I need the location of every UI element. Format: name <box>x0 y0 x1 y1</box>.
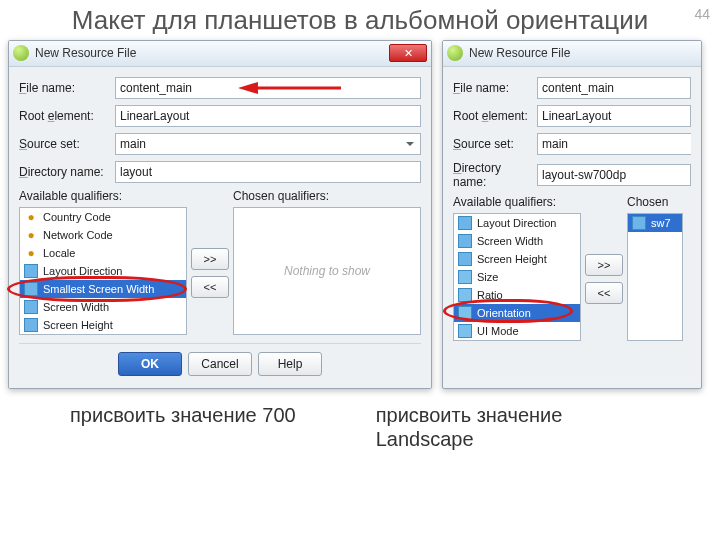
height-icon <box>24 318 38 332</box>
root-element-label: Root element: <box>19 109 109 123</box>
android-icon <box>447 45 463 61</box>
android-icon <box>13 45 29 61</box>
root-element-input[interactable]: LinearLayout <box>115 105 421 127</box>
qualifier-country-code[interactable]: Country Code <box>20 208 186 226</box>
ratio-icon <box>458 288 472 302</box>
ui-mode-icon <box>458 324 472 338</box>
file-name-label: File File name:name: <box>19 81 109 95</box>
dialog-new-resource-left: New Resource File ✕ File File name:name:… <box>8 40 432 389</box>
qualifier-size[interactable]: Size <box>454 268 580 286</box>
titlebar: New Resource File <box>443 41 701 67</box>
layout-dir-icon <box>24 264 38 278</box>
page-number: 44 <box>694 6 710 22</box>
width-icon <box>458 234 472 248</box>
height-icon <box>458 252 472 266</box>
width-icon <box>632 216 646 230</box>
svg-marker-1 <box>238 82 258 94</box>
add-qualifier-button[interactable]: >> <box>191 248 229 270</box>
qualifier-locale[interactable]: Locale <box>20 244 186 262</box>
directory-name-label: Directory name: <box>453 161 531 189</box>
window-title: New Resource File <box>469 46 697 60</box>
chosen-qualifiers-label: Chosen <box>627 195 683 209</box>
source-set-label: Source set: <box>19 137 109 151</box>
directory-name-label: Directory name: <box>19 165 109 179</box>
width-icon <box>24 282 38 296</box>
qualifier-layout-direction[interactable]: Layout Direction <box>454 214 580 232</box>
qualifier-screen-width[interactable]: Screen Width <box>454 232 580 250</box>
available-qualifiers-label: Available qualifiers: <box>453 195 581 209</box>
close-button[interactable]: ✕ <box>389 44 427 62</box>
source-set-label: Source set: <box>453 137 531 151</box>
qualifier-layout-direction[interactable]: Layout Direction <box>20 262 186 280</box>
titlebar: New Resource File ✕ <box>9 41 431 67</box>
directory-name-input[interactable]: layout <box>115 161 421 183</box>
available-qualifiers-label: Available qualifiers: <box>19 189 187 203</box>
file-name-input[interactable]: content_main <box>537 77 691 99</box>
file-name-input[interactable]: content_main <box>115 77 421 99</box>
qualifier-network-code[interactable]: Network Code <box>20 226 186 244</box>
root-element-label: Root element: <box>453 109 531 123</box>
remove-qualifier-button[interactable]: << <box>191 276 229 298</box>
arrow-annotation <box>236 81 346 95</box>
file-name-value: content_main <box>120 81 192 95</box>
globe-icon <box>24 246 38 260</box>
file-name-label: File name: <box>453 81 531 95</box>
available-qualifiers-list[interactable]: Layout Direction Screen Width Screen Hei… <box>453 213 581 341</box>
qualifier-screen-height[interactable]: Screen Height <box>454 250 580 268</box>
source-set-select[interactable]: main <box>115 133 421 155</box>
chosen-qualifiers-label: Chosen qualifiers: <box>233 189 421 203</box>
caption-right: присвоить значение Landscape <box>376 403 576 451</box>
cancel-button[interactable]: Cancel <box>188 352 252 376</box>
chosen-qualifiers-list[interactable]: sw7 <box>627 213 683 341</box>
root-element-input[interactable]: LinearLayout <box>537 105 691 127</box>
slide-title: Макет для планшетов в альбомной ориентац… <box>0 0 720 40</box>
chosen-qualifiers-list[interactable]: Nothing to show <box>233 207 421 335</box>
qualifier-screen-height[interactable]: Screen Height <box>20 316 186 334</box>
chosen-item-sw700[interactable]: sw7 <box>628 214 682 232</box>
width-icon <box>24 300 38 314</box>
caption-left: присвоить значение 700 <box>70 403 296 451</box>
globe-icon <box>24 228 38 242</box>
qualifier-orientation[interactable]: Orientation <box>454 304 580 322</box>
size-icon <box>458 270 472 284</box>
layout-dir-icon <box>458 216 472 230</box>
window-title: New Resource File <box>35 46 389 60</box>
qualifier-ui-mode[interactable]: UI Mode <box>454 322 580 340</box>
orientation-icon <box>458 306 472 320</box>
dialog-new-resource-right: New Resource File File name: content_mai… <box>442 40 702 389</box>
directory-name-input[interactable]: layout-sw700dp <box>537 164 691 186</box>
remove-qualifier-button[interactable]: << <box>585 282 623 304</box>
qualifier-screen-width[interactable]: Screen Width <box>20 298 186 316</box>
ok-button[interactable]: OK <box>118 352 182 376</box>
available-qualifiers-list[interactable]: Country Code Network Code Locale Layout … <box>19 207 187 335</box>
help-button[interactable]: Help <box>258 352 322 376</box>
qualifier-ratio[interactable]: Ratio <box>454 286 580 304</box>
globe-icon <box>24 210 38 224</box>
add-qualifier-button[interactable]: >> <box>585 254 623 276</box>
qualifier-smallest-screen-width[interactable]: Smallest Screen Width <box>20 280 186 298</box>
source-set-select[interactable]: main <box>537 133 691 155</box>
